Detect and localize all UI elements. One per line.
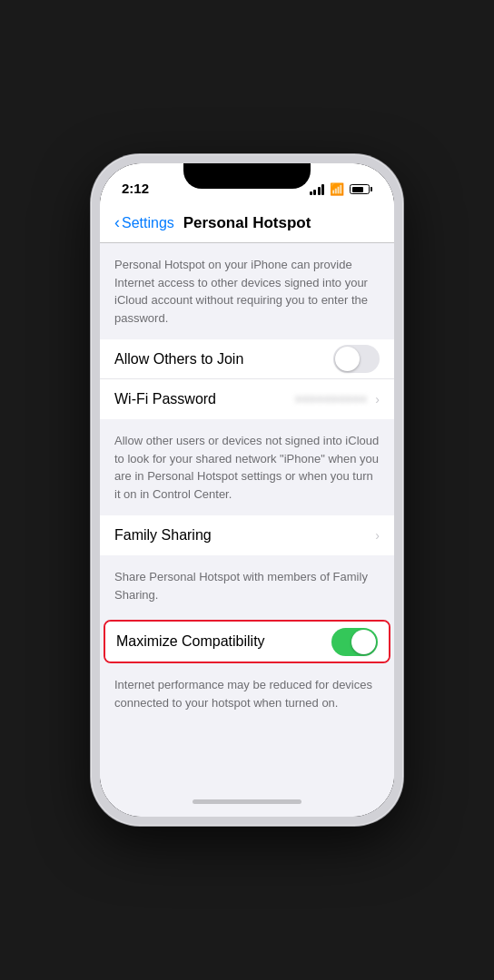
status-icons: 📶: [310, 182, 373, 196]
maximize-compat-row[interactable]: Maximize Compatibility: [105, 622, 389, 662]
wifi-password-right: •••••••••• ›: [296, 392, 380, 407]
notch: [183, 163, 311, 189]
family-sharing-label: Family Sharing: [114, 527, 212, 544]
hotspot-info-text: Personal Hotspot on your iPhone can prov…: [100, 243, 394, 339]
scroll-content[interactable]: Personal Hotspot on your iPhone can prov…: [100, 243, 394, 786]
status-bar: 2:12 📶: [100, 163, 394, 203]
allow-others-toggle[interactable]: [333, 345, 380, 373]
family-sharing-row[interactable]: Family Sharing ›: [100, 515, 394, 555]
wifi-icon: 📶: [330, 182, 344, 196]
home-indicator: [100, 786, 394, 817]
wifi-password-label: Wi-Fi Password: [114, 391, 216, 407]
maximize-compat-toggle[interactable]: [331, 628, 378, 656]
maximize-compat-highlighted-row: Maximize Compatibility: [104, 620, 390, 663]
phone-frame: 2:12 📶: [91, 154, 403, 826]
toggle-thumb: [335, 347, 360, 371]
allow-others-row[interactable]: Allow Others to Join: [100, 339, 394, 379]
signal-icon: [310, 184, 325, 195]
phone-inner: 2:12 📶: [100, 163, 394, 817]
battery-icon: [350, 184, 372, 194]
main-settings-group: Allow Others to Join Wi-Fi Password ••••…: [100, 339, 394, 419]
back-chevron-icon: ‹: [114, 213, 120, 232]
maximize-compat-description: Internet performance may be reduced for …: [100, 663, 394, 724]
home-bar: [193, 799, 301, 804]
wifi-password-row[interactable]: Wi-Fi Password •••••••••• ›: [100, 379, 394, 419]
maximize-compat-label: Maximize Compatibility: [116, 633, 265, 650]
icloud-info-text: Allow other users or devices not signed …: [100, 419, 394, 515]
wifi-password-chevron-icon: ›: [375, 392, 380, 407]
allow-others-label: Allow Others to Join: [114, 351, 243, 368]
back-button[interactable]: ‹ Settings: [114, 214, 174, 232]
toggle-thumb-compat: [351, 630, 376, 654]
status-time: 2:12: [122, 181, 149, 196]
page-title: Personal Hotspot: [183, 214, 311, 232]
family-sharing-description: Share Personal Hotspot with members of F…: [100, 555, 394, 616]
family-sharing-chevron-icon: ›: [375, 528, 380, 543]
navigation-bar: ‹ Settings Personal Hotspot: [100, 203, 394, 243]
family-sharing-group: Family Sharing ›: [100, 515, 394, 555]
screen: 2:12 📶: [100, 163, 394, 817]
back-label[interactable]: Settings: [122, 215, 174, 231]
wifi-password-value: ••••••••••: [296, 392, 368, 407]
